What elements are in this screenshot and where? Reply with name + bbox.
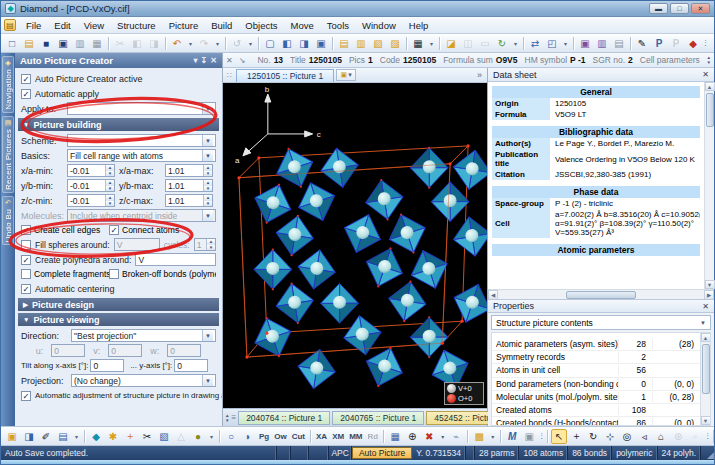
- window-layout-1-icon[interactable]: ▢: [262, 36, 278, 51]
- datasheet-icon[interactable]: ▤: [611, 36, 627, 51]
- properties-icon[interactable]: P: [651, 36, 667, 51]
- panel-menu-icon[interactable]: ▾: [194, 56, 198, 65]
- frame-dropdown-icon[interactable]: ▾: [72, 429, 81, 444]
- auto-adjustment-checkbox[interactable]: ✓: [21, 391, 31, 401]
- title-bar[interactable]: ◆ Diamond - [PCD-VxOy.cif] ▬ □ ✕: [1, 1, 714, 17]
- datasheet-vertical-scrollbar[interactable]: ▲ ▼: [704, 82, 714, 289]
- complete-fragments-checkbox[interactable]: [21, 269, 31, 279]
- xa-max-input[interactable]: 1.01▲▼: [165, 164, 213, 177]
- structure-canvas[interactable]: b c a V+0 O+0: [223, 83, 487, 408]
- zoom-tool-icon[interactable]: ◎: [619, 429, 635, 444]
- scroll-down-icon[interactable]: ▼: [705, 280, 715, 289]
- properties-vertical-scrollbar[interactable]: ▲ ▼: [700, 333, 710, 425]
- broken-off-bonds-checkbox[interactable]: [109, 269, 119, 279]
- properties-panel-header[interactable]: Properties ✕: [488, 299, 714, 313]
- select-tool-icon[interactable]: ↖: [551, 429, 567, 444]
- database-3-icon[interactable]: ▧: [370, 36, 386, 51]
- scroll-up-icon[interactable]: ▲: [701, 333, 711, 342]
- panel-close-icon[interactable]: ✕: [210, 56, 217, 65]
- measure-labels-button[interactable]: MM: [347, 429, 364, 444]
- redo-dropdown-icon[interactable]: ▾: [213, 36, 222, 51]
- atom-cluster-icon[interactable]: ✱: [105, 429, 121, 444]
- properties-alt-icon[interactable]: P: [668, 36, 684, 51]
- datasheet-panel-header[interactable]: Data sheet ✕: [488, 68, 714, 82]
- menu-item[interactable]: Tools: [321, 19, 355, 32]
- crescent-icon[interactable]: ◗: [240, 429, 256, 444]
- scroll-left-icon[interactable]: ◀: [488, 290, 498, 300]
- scrollbar-thumb[interactable]: [566, 291, 636, 299]
- save-all-icon[interactable]: ▣: [55, 36, 71, 51]
- window-layout-2-icon[interactable]: ◧: [279, 36, 295, 51]
- menu-item[interactable]: Move: [285, 19, 320, 32]
- connect-atoms-checkbox[interactable]: ✓: [109, 225, 119, 235]
- create-cell-edges-checkbox[interactable]: ✓: [21, 225, 31, 235]
- automatic-apply-checkbox[interactable]: ✓: [21, 89, 31, 99]
- view-home-icon[interactable]: ⌂: [653, 429, 669, 444]
- cut-bonds-icon[interactable]: ✂: [139, 429, 155, 444]
- filter-remove-icon[interactable]: ✖: [421, 429, 437, 444]
- menu-item[interactable]: Objects: [239, 19, 283, 32]
- sphere-mode-icon[interactable]: ●: [190, 429, 206, 444]
- history-icon[interactable]: ↺: [229, 36, 245, 51]
- maximize-button[interactable]: □: [670, 3, 689, 14]
- apc-panel-header[interactable]: Auto Picture Creator ▾ ↧ ✕: [15, 53, 222, 68]
- spin-icon[interactable]: ⊛: [670, 429, 686, 444]
- cut-icon[interactable]: ✂: [112, 36, 128, 51]
- polyhedra-around-input[interactable]: V: [135, 253, 216, 266]
- history-dropdown-icon[interactable]: ▾: [246, 36, 255, 51]
- datasheet-close-icon[interactable]: ✕: [702, 70, 709, 79]
- scroll-right-icon[interactable]: ▶: [704, 290, 714, 300]
- table-row[interactable]: Atomic parameters (asym. sites) 28 (28): [492, 338, 700, 351]
- goto-record-icon[interactable]: ↘: [239, 56, 246, 65]
- apc-active-checkbox[interactable]: ✓: [21, 74, 31, 84]
- table-row[interactable]: Symmetry records 2: [492, 351, 700, 364]
- molecule-labels-button[interactable]: XM: [330, 429, 346, 444]
- menu-item[interactable]: Build: [205, 19, 238, 32]
- picture-tools-icon[interactable]: ✐: [38, 429, 54, 444]
- datasheet-horizontal-scrollbar[interactable]: ◀ ▶: [488, 289, 714, 299]
- picture-tab-2040764[interactable]: 2040764 :: Picture 1: [238, 411, 330, 425]
- dock-tab-undo-buffer[interactable]: ↶ Undo Bu: [2, 196, 14, 245]
- toolbar-overflow-icon[interactable]: ⋮: [704, 432, 710, 440]
- color-grid-dropdown-icon[interactable]: ▾: [488, 429, 497, 444]
- table-view-icon[interactable]: ▦: [410, 36, 426, 51]
- menu-item[interactable]: Structure: [111, 19, 162, 32]
- new-file-icon[interactable]: □: [4, 36, 20, 51]
- picture-frame-icon[interactable]: ▤: [55, 429, 71, 444]
- menu-item[interactable]: Edit: [48, 19, 76, 32]
- undo-icon[interactable]: ↶: [169, 36, 185, 51]
- menu-item[interactable]: File: [20, 19, 47, 32]
- build-molecule-icon[interactable]: ◆: [88, 429, 104, 444]
- viewport-icon[interactable]: ▣: [521, 429, 537, 444]
- panel-pin-icon[interactable]: ↧: [201, 56, 208, 65]
- table-row[interactable]: Atoms in unit cell 56: [492, 364, 700, 377]
- layout-a-icon[interactable]: ▣: [577, 36, 593, 51]
- properties-selector-dropdown[interactable]: Structure picture contents ▼: [491, 315, 711, 330]
- walk-icon[interactable]: ▫: [687, 429, 703, 444]
- refresh-picture-icon[interactable]: ↻: [494, 36, 510, 51]
- section-picture-building[interactable]: ▼ Picture building: [18, 118, 219, 131]
- grip-icon[interactable]: ∷: [225, 71, 234, 80]
- direction-dropdown[interactable]: "Best projection"▼: [71, 329, 216, 342]
- zc-max-input[interactable]: 1.01▲▼: [165, 194, 213, 207]
- new-structure-picture-icon[interactable]: ▣: [4, 429, 20, 444]
- sphere-dropdown-icon[interactable]: ▾: [207, 429, 216, 444]
- export-view-icon[interactable]: ◰: [544, 36, 560, 51]
- picture-frame-icon[interactable]: ▭: [477, 36, 493, 51]
- properties-close-icon[interactable]: ✕: [702, 302, 709, 311]
- tools-icon[interactable]: ✎: [634, 36, 650, 51]
- copy-icon[interactable]: ◧: [129, 36, 145, 51]
- ring-icon[interactable]: ○: [223, 429, 239, 444]
- database-2-icon[interactable]: ▥: [353, 36, 369, 51]
- record-icon[interactable]: ◆: [685, 36, 701, 51]
- unit-cell-cube-icon[interactable]: ▦: [387, 429, 403, 444]
- fragment-tree-icon[interactable]: △: [173, 429, 189, 444]
- picture-tab-2040765[interactable]: 2040765 :: Picture 1: [332, 411, 424, 425]
- picture-tab-active[interactable]: 1250105 :: Picture 1: [236, 69, 334, 82]
- tilt-y-input[interactable]: 0: [174, 359, 208, 372]
- bond-icon[interactable]: ⌁: [448, 429, 464, 444]
- add-atom-icon[interactable]: ＋: [122, 429, 138, 444]
- section-picture-viewing[interactable]: ▼ Picture viewing: [18, 313, 219, 326]
- scrollbar-thumb[interactable]: [706, 93, 714, 127]
- pan-tool-icon[interactable]: ⊹: [602, 429, 618, 444]
